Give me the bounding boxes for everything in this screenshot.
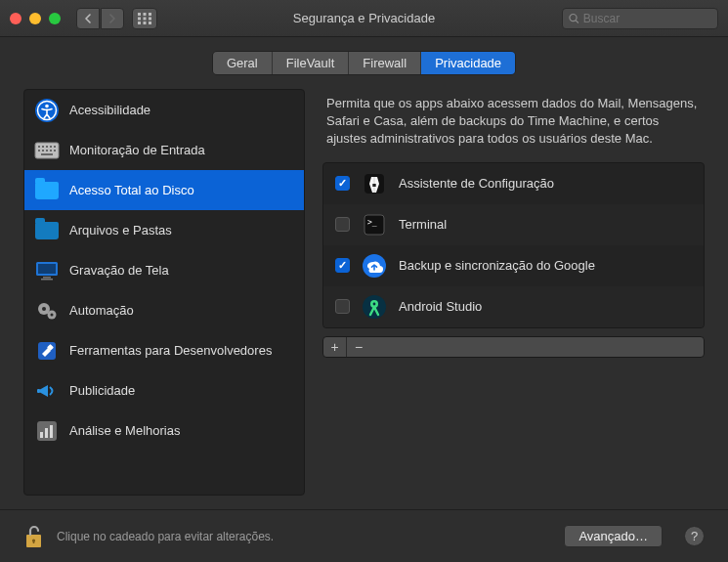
privacy-category-list[interactable]: AcessibilidadeMonitoração de EntradaAces…	[23, 89, 305, 496]
app-list[interactable]: Assistente de Configuração>_TerminalBack…	[322, 162, 705, 328]
svg-rect-20	[38, 150, 40, 151]
keyboard-icon	[34, 138, 60, 163]
svg-point-32	[42, 307, 46, 311]
sidebar-item-label: Publicidade	[69, 383, 135, 398]
hammer-icon	[34, 338, 60, 364]
sidebar-item-monitoração-de-entrada[interactable]: Monitoração de Entrada	[24, 130, 304, 170]
app-name-label: Android Studio	[399, 299, 482, 314]
back-button[interactable]	[76, 8, 100, 29]
add-remove-control: + −	[322, 336, 705, 358]
svg-rect-29	[41, 279, 53, 281]
forward-button[interactable]	[101, 8, 124, 29]
folder-icon	[34, 178, 60, 203]
help-button[interactable]: ?	[684, 526, 705, 546]
tab-privacidade[interactable]: Privacidade	[421, 52, 515, 74]
app-name-label: Backup e sincronização do Google	[399, 258, 595, 273]
svg-point-9	[570, 14, 577, 21]
svg-rect-19	[54, 146, 56, 148]
remove-button[interactable]: −	[347, 337, 370, 357]
tab-filevault[interactable]: FileVault	[273, 52, 350, 74]
sidebar-item-acessibilidade[interactable]: Acessibilidade	[24, 90, 304, 130]
content-area: AcessibilidadeMonitoração de EntradaAces…	[0, 89, 728, 509]
svg-rect-2	[149, 13, 151, 16]
lock-button[interactable]	[23, 524, 45, 549]
app-name-label: Assistente de Configuração	[399, 176, 554, 191]
zoom-window-button[interactable]	[49, 13, 61, 24]
svg-rect-42	[372, 184, 375, 187]
tab-firewall[interactable]: Firewall	[349, 52, 421, 74]
svg-rect-6	[138, 22, 141, 24]
svg-line-10	[576, 20, 578, 22]
svg-rect-7	[144, 22, 147, 24]
app-row: Android Studio	[323, 286, 704, 327]
svg-rect-24	[54, 150, 56, 151]
svg-rect-15	[38, 146, 40, 148]
folder-icon	[34, 218, 60, 243]
svg-rect-50	[33, 540, 35, 543]
app-row: Backup e sincronização do Google	[323, 245, 704, 286]
sidebar-item-ferramentas-para-desenvolvedores[interactable]: Ferramentas para Desenvolvedores	[24, 330, 304, 370]
svg-rect-28	[43, 277, 51, 279]
app-checkbox[interactable]	[335, 217, 350, 232]
add-button[interactable]: +	[323, 337, 347, 357]
svg-rect-16	[42, 146, 44, 148]
app-checkbox[interactable]	[335, 176, 350, 191]
svg-rect-36	[37, 389, 40, 393]
svg-rect-40	[50, 425, 53, 438]
tab-bar: GeralFileVaultFirewallPrivacidade	[0, 37, 728, 89]
sidebar-item-análise-e-melhorias[interactable]: Análise e Melhorias	[24, 411, 304, 451]
search-icon	[569, 13, 579, 24]
nav-buttons	[76, 8, 124, 29]
svg-rect-8	[149, 22, 151, 24]
sidebar-item-label: Acessibilidade	[69, 103, 150, 117]
sidebar-item-acesso-total-ao-disco[interactable]: Acesso Total ao Disco	[24, 170, 304, 210]
svg-text:>_: >_	[367, 218, 377, 227]
svg-rect-1	[144, 13, 147, 16]
svg-rect-4	[144, 17, 147, 20]
minimize-window-button[interactable]	[29, 13, 41, 24]
sidebar-item-label: Automação	[69, 303, 134, 318]
sidebar-item-label: Acesso Total ao Disco	[69, 183, 194, 197]
svg-rect-5	[149, 17, 151, 20]
svg-rect-21	[42, 150, 44, 151]
advanced-button[interactable]: Avançado…	[564, 525, 663, 547]
android-studio-icon	[362, 294, 387, 320]
sidebar-item-label: Análise e Melhorias	[69, 423, 180, 438]
svg-rect-23	[50, 150, 52, 151]
chart-icon	[34, 418, 60, 444]
app-checkbox[interactable]	[335, 299, 350, 314]
megaphone-icon	[34, 378, 60, 404]
tab-geral[interactable]: Geral	[213, 52, 273, 74]
preferences-window: Segurança e Privacidade GeralFileVaultFi…	[0, 0, 728, 562]
app-row: Assistente de Configuração	[323, 163, 704, 204]
accessibility-icon	[34, 98, 60, 123]
svg-rect-38	[40, 432, 43, 438]
sidebar-item-gravação-de-tela[interactable]: Gravação de Tela	[24, 250, 304, 290]
search-input[interactable]	[583, 12, 711, 25]
google-backup-icon	[362, 253, 387, 279]
show-all-button[interactable]	[132, 8, 157, 29]
svg-rect-0	[138, 13, 141, 16]
svg-rect-27	[38, 264, 56, 274]
close-window-button[interactable]	[10, 13, 21, 24]
sidebar-item-arquivos-e-pastas[interactable]: Arquivos e Pastas	[24, 210, 304, 250]
detail-pane: Permita que os apps abaixo acessem dados…	[322, 89, 705, 496]
sidebar-item-label: Ferramentas para Desenvolvedores	[69, 343, 272, 358]
display-icon	[34, 258, 60, 283]
lock-open-icon	[23, 524, 45, 549]
svg-point-13	[45, 104, 49, 108]
window-controls	[10, 13, 61, 24]
search-field[interactable]	[562, 8, 718, 29]
svg-rect-3	[138, 17, 141, 20]
svg-rect-39	[45, 428, 48, 438]
svg-rect-18	[50, 146, 52, 148]
sidebar-item-label: Monitoração de Entrada	[69, 143, 205, 157]
svg-rect-22	[46, 150, 48, 151]
sidebar-item-label: Gravação de Tela	[69, 263, 169, 278]
sidebar-item-automação[interactable]: Automação	[24, 290, 304, 330]
app-row: >_Terminal	[323, 204, 704, 245]
sidebar-item-publicidade[interactable]: Publicidade	[24, 370, 304, 411]
footer: Clique no cadeado para evitar alterações…	[0, 509, 728, 562]
app-checkbox[interactable]	[335, 258, 350, 273]
titlebar: Segurança e Privacidade	[0, 0, 728, 37]
